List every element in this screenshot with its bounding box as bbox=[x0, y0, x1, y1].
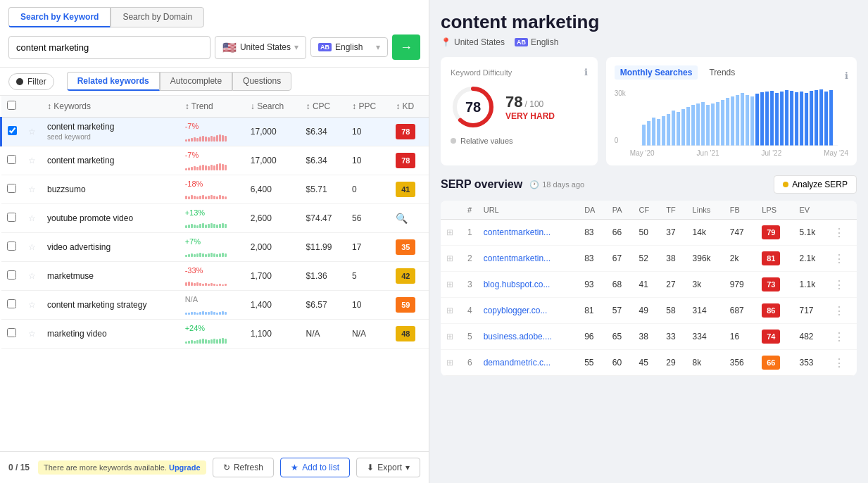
trend-bar bbox=[196, 138, 199, 142]
row-checkbox[interactable] bbox=[7, 328, 16, 337]
star-icon[interactable]: ☆ bbox=[28, 156, 36, 165]
serp-url-link[interactable]: blog.hubspot.co... bbox=[484, 280, 551, 289]
trend-bar bbox=[196, 340, 199, 344]
star-icon[interactable]: ☆ bbox=[28, 184, 36, 194]
row-checkbox[interactable] bbox=[7, 213, 16, 222]
serp-da: 55 bbox=[579, 350, 607, 376]
star-icon[interactable]: ☆ bbox=[28, 213, 36, 223]
keyword-name: youtube promote video bbox=[42, 204, 180, 233]
col-kd[interactable]: ↕ KD bbox=[390, 96, 429, 118]
serp-lps: 86 bbox=[756, 298, 793, 324]
export-button[interactable]: ⬇ Export ▾ bbox=[356, 458, 420, 477]
star-icon[interactable]: ☆ bbox=[28, 329, 36, 339]
col-trend[interactable]: ↕ Trend bbox=[180, 96, 245, 118]
serp-expand-icon[interactable]: ⊞ bbox=[441, 298, 462, 324]
row-checkbox[interactable] bbox=[7, 299, 16, 308]
serp-url-link[interactable]: demandmetric.c... bbox=[484, 358, 551, 368]
trend-bar bbox=[194, 166, 196, 170]
kd-label: 78 / 100 VERY HARD bbox=[505, 93, 555, 121]
serp-row: ⊞ 2 contentmarketin... 83 67 52 38 396k … bbox=[441, 246, 857, 272]
language-select[interactable]: AB English ▾ bbox=[310, 37, 388, 57]
kd-badge: 41 bbox=[396, 182, 415, 197]
serp-row-menu-button[interactable]: ⋮ bbox=[834, 253, 845, 265]
trend-bar bbox=[188, 313, 190, 315]
keyword-input[interactable] bbox=[8, 36, 210, 59]
trend-bar bbox=[185, 225, 187, 228]
serp-expand-icon[interactable]: ⊞ bbox=[441, 220, 462, 246]
col-keywords[interactable]: ↕ Keywords bbox=[42, 96, 180, 118]
serp-overview-title: SERP overview bbox=[441, 178, 522, 191]
tab-trends[interactable]: Trends bbox=[703, 65, 741, 80]
chart-info-icon[interactable]: ℹ bbox=[845, 70, 848, 81]
tab-monthly-searches[interactable]: Monthly Searches bbox=[615, 65, 698, 80]
serp-url-link[interactable]: contentmarketin... bbox=[484, 253, 551, 263]
col-cpc[interactable]: ↕ CPC bbox=[301, 96, 347, 118]
serp-rank: 3 bbox=[462, 272, 478, 298]
col-checkbox[interactable] bbox=[1, 96, 23, 118]
serp-expand-icon[interactable]: ⊞ bbox=[441, 246, 462, 272]
serp-url-link[interactable]: contentmarketin... bbox=[484, 227, 551, 237]
serp-row-menu-button[interactable]: ⋮ bbox=[834, 279, 845, 291]
analyze-serp-button[interactable]: Analyze SERP bbox=[774, 175, 857, 194]
serp-expand-icon[interactable]: ⊞ bbox=[441, 324, 462, 350]
col-ppc[interactable]: ↕ PPC bbox=[346, 96, 390, 118]
serp-pa: 66 bbox=[607, 220, 634, 246]
col-search[interactable]: ↓ Search bbox=[245, 96, 301, 118]
star-icon[interactable]: ☆ bbox=[28, 271, 36, 281]
row-checkbox[interactable] bbox=[8, 126, 17, 135]
country-select[interactable]: 🇺🇸 United States ▾ bbox=[215, 36, 306, 59]
serp-col-fb: FB bbox=[724, 201, 757, 220]
serp-row-menu-button[interactable]: ⋮ bbox=[834, 305, 845, 317]
keyword-ppc: 0 bbox=[346, 175, 390, 204]
star-icon[interactable]: ☆ bbox=[28, 242, 36, 252]
trend-bar bbox=[191, 340, 193, 344]
serp-pa: 68 bbox=[607, 272, 634, 298]
upgrade-link[interactable]: Upgrade bbox=[169, 463, 201, 472]
serp-col-ev: EV bbox=[793, 201, 828, 220]
serp-ev: 2.1k bbox=[793, 246, 828, 272]
serp-url-link[interactable]: business.adobe.... bbox=[484, 332, 552, 341]
select-all-checkbox[interactable] bbox=[7, 101, 16, 110]
trend-bar bbox=[222, 196, 224, 199]
tab-search-by-keyword[interactable]: Search by Keyword bbox=[8, 7, 111, 27]
row-checkbox[interactable] bbox=[7, 242, 16, 251]
us-flag-icon: 🇺🇸 bbox=[222, 41, 237, 54]
add-to-list-button[interactable]: ★ Add to list bbox=[280, 458, 350, 477]
trend-bar bbox=[205, 165, 207, 170]
info-icon[interactable]: ℹ bbox=[584, 67, 588, 77]
kd-badge: 78 bbox=[396, 153, 415, 168]
row-checkbox[interactable] bbox=[7, 184, 16, 193]
serp-pa: 57 bbox=[607, 298, 634, 324]
serp-expand-icon[interactable]: ⊞ bbox=[441, 350, 462, 376]
star-icon[interactable]: ☆ bbox=[28, 300, 36, 310]
refresh-button[interactable]: ↻ Refresh bbox=[213, 458, 274, 477]
serp-expand-icon[interactable]: ⊞ bbox=[441, 272, 462, 298]
keyword-name: marketing video bbox=[42, 320, 180, 349]
tab-search-by-domain[interactable]: Search by Domain bbox=[111, 7, 204, 27]
serp-col-lps: LPS bbox=[756, 201, 793, 220]
row-checkbox[interactable] bbox=[7, 155, 16, 164]
serp-col-url: URL bbox=[478, 201, 579, 220]
trend-bar bbox=[222, 135, 224, 142]
search-go-button[interactable]: → bbox=[392, 34, 420, 60]
trend-bar bbox=[194, 225, 196, 228]
serp-col-num: # bbox=[462, 201, 478, 220]
serp-row-menu-button[interactable]: ⋮ bbox=[834, 331, 845, 343]
tab-questions[interactable]: Questions bbox=[232, 72, 291, 91]
serp-row-menu-button[interactable]: ⋮ bbox=[834, 227, 845, 239]
trend-bar bbox=[225, 224, 227, 228]
keyword-cpc: $6.57 bbox=[301, 291, 347, 320]
filter-toggle[interactable]: Filter bbox=[8, 73, 54, 90]
trend-bar bbox=[202, 165, 204, 170]
star-icon[interactable]: ☆ bbox=[28, 127, 36, 137]
keyword-name: content marketingseed keyword bbox=[42, 118, 180, 146]
tab-autocomplete[interactable]: Autocomplete bbox=[160, 72, 232, 91]
row-checkbox[interactable] bbox=[7, 270, 16, 280]
tab-related-keywords[interactable]: Related keywords bbox=[67, 72, 160, 91]
search-kd-icon[interactable]: 🔍 bbox=[396, 213, 408, 224]
serp-row-menu-button[interactable]: ⋮ bbox=[834, 357, 845, 369]
trend-bar bbox=[213, 339, 215, 344]
serp-da: 93 bbox=[579, 272, 607, 298]
keyword-cpc: $6.34 bbox=[301, 146, 347, 175]
serp-url-link[interactable]: copyblogger.co... bbox=[484, 306, 548, 315]
